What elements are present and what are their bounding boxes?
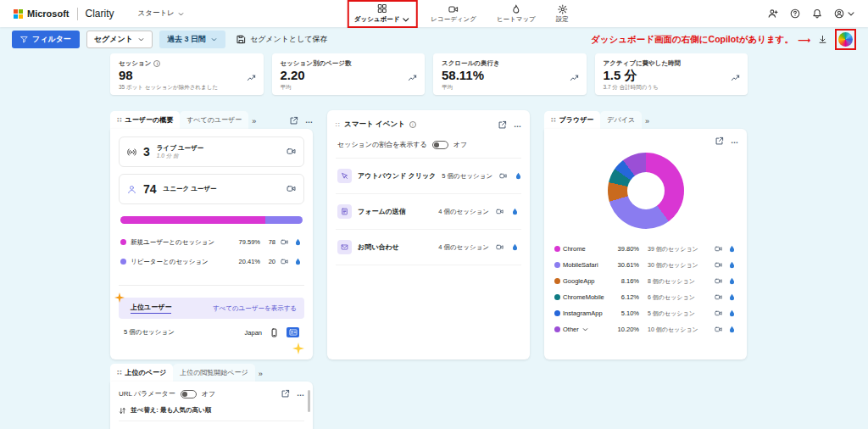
date-range-dropdown[interactable]: 過去 3 日間 xyxy=(159,31,225,48)
video-icon[interactable] xyxy=(714,293,723,301)
video-icon[interactable] xyxy=(714,277,723,285)
show-all-users-link[interactable]: すべてのユーザーを表示する xyxy=(213,304,297,313)
video-icon[interactable] xyxy=(714,245,723,253)
tab-browser[interactable]: ∷ ブラウザー xyxy=(544,111,600,129)
nav-recordings-label: レコーディング xyxy=(431,15,476,24)
drag-handle-icon[interactable]: ∷ xyxy=(117,116,122,124)
trend-chart-icon[interactable] xyxy=(570,70,579,86)
person-icon xyxy=(127,185,136,194)
nav-heatmaps[interactable]: ヒートマップ xyxy=(490,1,542,27)
video-icon[interactable] xyxy=(714,261,723,269)
tab-top-entry-pages[interactable]: 上位の閲覧開始ページ xyxy=(173,364,255,382)
nav-dashboard[interactable]: ダッシュボード xyxy=(348,0,418,28)
metrics-row: セッションi 98 35 ボット セッションが除外されました セッション別のペー… xyxy=(110,53,748,95)
drag-handle-icon[interactable]: ∷ xyxy=(336,121,340,129)
filter-button[interactable]: フィルター xyxy=(12,31,80,48)
more-options-icon[interactable]: … xyxy=(514,121,521,129)
tab-device[interactable]: デバイス xyxy=(600,111,642,129)
heatmap-drop-icon[interactable] xyxy=(293,258,303,265)
heatmap-drop-icon[interactable] xyxy=(727,293,737,301)
metric-value: 98 xyxy=(119,68,255,83)
app-name: Clarity xyxy=(86,8,114,20)
trend-chart-icon[interactable] xyxy=(408,70,417,86)
widgets-row: ∷ ユーザーの概要 すべてのユーザー » … 3 ライブ ユーザー 1.0 分 … xyxy=(110,110,748,359)
help-button[interactable] xyxy=(790,8,800,19)
trend-chart-icon[interactable] xyxy=(731,70,740,86)
metric-card-pages-per-session: セッション別のページ数 2.20 平均 xyxy=(272,53,426,95)
drag-handle-icon[interactable]: ∷ xyxy=(117,369,122,376)
heatmap-drop-icon[interactable] xyxy=(727,261,737,269)
copilot-button[interactable] xyxy=(838,32,853,47)
drop-icon xyxy=(728,261,736,269)
tab-overflow-button[interactable]: » xyxy=(642,117,653,129)
top-pages-body: URL パラメーター オフ … 並べ替え: 最も人気の高い順 https://d… xyxy=(110,382,313,429)
chevron-down-icon[interactable] xyxy=(581,326,589,333)
tab-all-users[interactable]: すべてのユーザー xyxy=(180,111,248,129)
heatmap-drop-icon[interactable] xyxy=(510,243,520,251)
download-button[interactable] xyxy=(818,35,827,44)
nav-recordings[interactable]: レコーディング xyxy=(424,1,483,27)
play-recordings-icon[interactable] xyxy=(287,181,296,197)
user-profile-card-icon[interactable] xyxy=(287,327,299,337)
invite-button[interactable] xyxy=(768,8,778,19)
drag-handle-icon[interactable]: ∷ xyxy=(551,116,556,124)
chevron-down-icon xyxy=(137,36,145,43)
person-add-icon xyxy=(768,8,778,19)
video-icon[interactable] xyxy=(280,258,289,265)
video-icon xyxy=(715,309,722,317)
video-icon[interactable] xyxy=(498,172,508,180)
info-icon[interactable]: i xyxy=(153,60,160,67)
heatmap-drop-icon[interactable] xyxy=(514,172,523,180)
tab-overflow-button[interactable]: » xyxy=(248,117,259,129)
page-url-link[interactable]: https://degina.jp/ xyxy=(119,421,304,429)
metric-subtext: 平均 xyxy=(442,84,578,92)
toggle-switch[interactable] xyxy=(181,390,197,398)
export-icon[interactable] xyxy=(280,389,291,398)
segment-dropdown[interactable]: セグメント xyxy=(86,31,153,48)
account-menu[interactable] xyxy=(834,8,856,19)
heatmap-drop-icon[interactable] xyxy=(727,277,737,285)
legend-dot xyxy=(554,310,560,316)
heatmap-drop-icon[interactable] xyxy=(727,309,737,317)
sort-dropdown[interactable]: 並べ替え: 最も人気の高い順 xyxy=(119,398,304,421)
recordings-camera-icon xyxy=(448,4,459,14)
browser-body: … Chrome 39.80% 39 個のセッション MobileSafari … xyxy=(544,129,747,359)
bar-segment-returning xyxy=(265,216,303,224)
heatmap-drop-icon[interactable] xyxy=(727,326,737,333)
more-options-icon[interactable]: … xyxy=(305,117,313,125)
heatmap-drop-icon[interactable] xyxy=(510,208,520,215)
video-icon[interactable] xyxy=(280,238,289,246)
download-icon xyxy=(818,35,827,44)
more-options-icon[interactable]: … xyxy=(731,137,738,145)
more-options-icon[interactable]: … xyxy=(297,390,304,398)
user-overview-tabs: ∷ ユーザーの概要 すべてのユーザー » … xyxy=(110,110,313,129)
nav-settings[interactable]: 設定 xyxy=(549,1,576,27)
save-segment-button[interactable]: セグメントとして保存 xyxy=(236,34,328,45)
legend-dot xyxy=(120,239,126,245)
filter-label: フィルター xyxy=(32,34,71,45)
heatmap-drop-icon[interactable] xyxy=(727,245,737,253)
toggle-switch[interactable] xyxy=(432,141,448,149)
play-recordings-icon[interactable] xyxy=(287,144,296,159)
export-icon[interactable] xyxy=(714,136,725,146)
info-icon[interactable]: i xyxy=(409,121,416,128)
tab-top-pages[interactable]: ∷ 上位のページ xyxy=(110,364,173,382)
video-icon[interactable] xyxy=(714,326,723,333)
scrollbar[interactable] xyxy=(308,390,310,412)
video-icon[interactable] xyxy=(495,243,504,251)
video-icon[interactable] xyxy=(495,208,504,215)
chevron-down-icon xyxy=(177,10,185,18)
project-selector[interactable]: スタートレ xyxy=(138,8,185,19)
export-icon[interactable] xyxy=(497,120,508,130)
top-users-title[interactable]: 上位ユーザー xyxy=(131,303,171,314)
video-icon[interactable] xyxy=(714,309,723,317)
heatmap-flame-icon xyxy=(511,4,521,14)
share-icon xyxy=(498,120,507,130)
tab-user-overview[interactable]: ∷ ユーザーの概要 xyxy=(110,111,180,129)
trend-chart-icon[interactable] xyxy=(247,70,256,86)
metric-value: 2.20 xyxy=(281,68,417,83)
tab-overflow-button[interactable]: » xyxy=(255,370,266,382)
export-icon[interactable] xyxy=(288,116,299,125)
heatmap-drop-icon[interactable] xyxy=(293,238,303,246)
notifications-button[interactable] xyxy=(812,8,822,19)
